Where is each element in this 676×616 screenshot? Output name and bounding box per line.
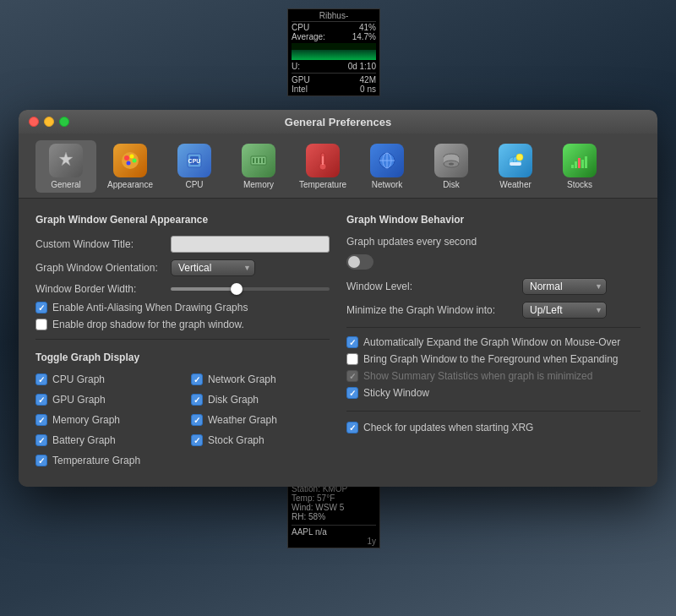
svg-rect-11	[259, 158, 261, 163]
gpu-value: 42M	[360, 75, 376, 84]
widget-title: Ribhus-	[292, 11, 376, 22]
temperature-graph-label: Temperature Graph	[52, 455, 140, 466]
memory-graph-checkbox[interactable]	[35, 414, 47, 426]
show-summary-label: Show Summary Statistics when graph is mi…	[363, 370, 592, 382]
svg-rect-27	[510, 162, 521, 166]
toolbar-item-general[interactable]: General	[35, 140, 96, 193]
svg-point-1	[124, 155, 129, 161]
left-panel: Graph Window General Appearance Custom W…	[35, 214, 330, 472]
temperature-label: Temperature	[299, 180, 346, 189]
stock-graph-checkbox[interactable]	[191, 434, 203, 446]
cpu-graph-checkbox[interactable]	[35, 373, 47, 385]
minimize-row: Minimize the Graph Window into: Up/Left …	[346, 302, 641, 319]
border-width-track[interactable]	[171, 287, 330, 291]
border-width-thumb[interactable]	[231, 283, 243, 295]
content-area: Graph Window General Appearance Custom W…	[19, 199, 657, 487]
toolbar-item-disk[interactable]: Disk	[421, 140, 482, 193]
stocks-label: Stocks	[567, 180, 592, 189]
anti-alias-row: Enable Anti-Aliasing When Drawing Graphs	[35, 302, 330, 313]
temperature-graph-checkbox[interactable]	[35, 455, 47, 466]
border-width-label: Window Border Width:	[35, 283, 171, 295]
check-updates-section: Check for updates when starting XRG	[346, 411, 641, 433]
check-updates-checkbox[interactable]	[346, 422, 358, 433]
orientation-label: Graph Window Orientation:	[35, 262, 171, 274]
custom-title-input[interactable]	[171, 236, 330, 253]
stocks-icon	[563, 144, 597, 177]
toolbar-item-memory[interactable]: Memory	[228, 140, 289, 193]
battery-graph-label: Battery Graph	[52, 434, 116, 446]
weather-label: Weather	[499, 180, 532, 189]
network-graph-checkbox[interactable]	[191, 373, 203, 385]
right-panel: Graph Window Behavior Graph updates ever…	[346, 214, 641, 472]
show-summary-row: Show Summary Statistics when graph is mi…	[346, 370, 641, 382]
drop-shadow-checkbox[interactable]	[35, 319, 47, 330]
disk-graph-checkbox[interactable]	[191, 394, 203, 406]
orientation-row: Graph Window Orientation: Vertical Horiz…	[35, 259, 330, 276]
disk-icon	[434, 144, 468, 177]
bring-fg-label: Bring Graph Window to the Foreground whe…	[363, 353, 619, 365]
minimize-label: Minimize the Graph Window into:	[346, 304, 515, 316]
orientation-select[interactable]: Vertical Horizontal	[171, 259, 255, 276]
cpu-widget: Ribhus- CPU 41% Average: 14.7% U: 0d 1:1…	[287, 8, 380, 96]
toolbar-item-network[interactable]: Network	[357, 140, 417, 193]
minimize-select[interactable]: Up/Left Down/Right	[522, 302, 607, 319]
updates-toggle[interactable]	[346, 254, 373, 270]
network-label: Network	[372, 180, 403, 189]
svg-rect-10	[256, 158, 258, 163]
network-icon	[370, 144, 404, 177]
window-level-label: Window Level:	[346, 281, 515, 292]
toolbar-item-stocks[interactable]: Stocks	[549, 140, 610, 193]
cpu-icon: CPU	[177, 144, 211, 177]
traffic-lights	[29, 117, 69, 127]
temp-label: Temp:	[292, 493, 314, 503]
maximize-button[interactable]	[59, 117, 69, 127]
u-label: U:	[292, 62, 300, 71]
toolbar-item-appearance[interactable]: Appearance	[100, 140, 161, 193]
weather-graph-checkbox[interactable]	[191, 414, 203, 426]
u-value: 0d 1:10	[348, 62, 376, 71]
border-width-row: Window Border Width:	[35, 283, 330, 295]
minimize-button[interactable]	[44, 117, 54, 127]
svg-rect-12	[263, 158, 264, 163]
memory-graph-row: Memory Graph	[35, 414, 174, 426]
show-summary-checkbox[interactable]	[346, 370, 358, 382]
gpu-graph-label: GPU Graph	[52, 394, 106, 406]
gpu-label: GPU	[292, 75, 310, 84]
auto-expand-label: Automatically Expand the Graph Window on…	[363, 336, 620, 348]
svg-rect-33	[585, 156, 587, 168]
updates-label: Graph updates every second	[346, 236, 477, 248]
battery-graph-row: Battery Graph	[35, 434, 174, 446]
avg-value: 14.7%	[352, 32, 376, 41]
toggle-grid: CPU Graph Network Graph GPU Graph Disk G…	[35, 373, 330, 472]
svg-rect-9	[253, 158, 254, 163]
auto-expand-checkbox[interactable]	[346, 336, 358, 348]
close-button[interactable]	[29, 117, 39, 127]
cpu-label: CPU	[292, 23, 309, 32]
orientation-select-wrapper: Vertical Horizontal ▼	[171, 259, 255, 276]
svg-point-28	[516, 154, 523, 161]
toolbar-item-temperature[interactable]: Temperature	[292, 140, 353, 193]
window-level-select[interactable]: Normal Floating Desktop	[522, 278, 607, 295]
disk-graph-row: Disk Graph	[191, 394, 330, 406]
window-title: General Preferences	[285, 116, 391, 128]
custom-title-label: Custom Window Title:	[35, 238, 171, 250]
sticky-checkbox[interactable]	[346, 387, 358, 399]
svg-rect-31	[578, 158, 581, 168]
temperature-icon	[306, 144, 340, 177]
bring-fg-checkbox[interactable]	[346, 353, 358, 365]
gpu-graph-checkbox[interactable]	[35, 394, 47, 406]
anti-alias-checkbox[interactable]	[35, 302, 47, 313]
svg-point-23	[449, 163, 454, 166]
weather-icon	[499, 144, 532, 177]
toolbar-item-weather[interactable]: Weather	[485, 140, 546, 193]
avg-label: Average:	[292, 32, 325, 41]
updates-row: Graph updates every second	[346, 236, 641, 248]
battery-graph-checkbox[interactable]	[35, 434, 47, 446]
disk-label: Disk	[443, 180, 459, 189]
temperature-graph-row: Temperature Graph	[35, 455, 174, 466]
sticky-label: Sticky Window	[363, 387, 429, 399]
stock-label: AAPL	[292, 527, 313, 537]
toolbar-item-cpu[interactable]: CPU CPU	[164, 140, 225, 193]
weather-graph-label: Weather Graph	[208, 414, 277, 426]
rh-label: RH:	[292, 512, 306, 521]
